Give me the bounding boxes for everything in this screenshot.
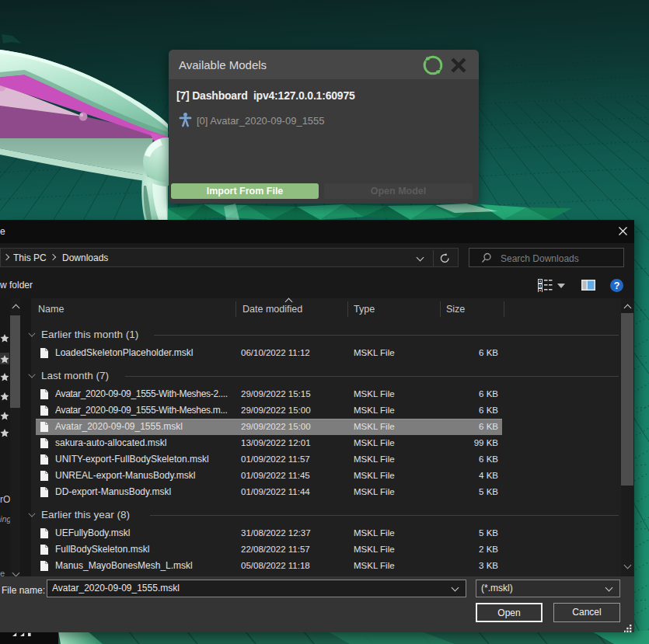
svg-text:?: ? — [614, 280, 620, 291]
